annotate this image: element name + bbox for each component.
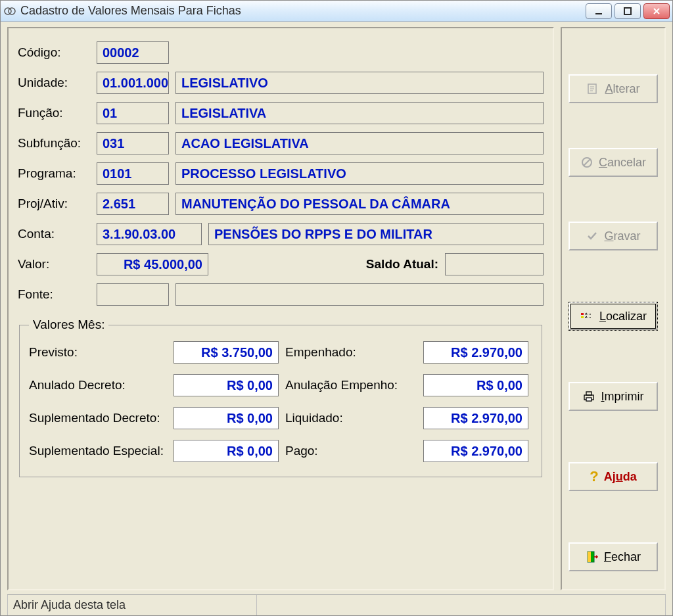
app-window: Cadastro de Valores Mensais Para Fichas … <box>0 0 673 616</box>
anulacao-empenho-value[interactable]: R$ 0,00 <box>423 374 528 396</box>
ajuda-label-m: u <box>616 470 623 483</box>
status-bar: Abrir Ajuda desta tela <box>7 594 666 615</box>
close-button[interactable] <box>643 3 670 19</box>
subfuncao-desc-field[interactable]: ACAO LEGISLATIVA <box>175 132 544 154</box>
alterar-label-rest: lterar <box>613 82 640 95</box>
valor-field[interactable]: R$ 45.000,00 <box>97 253 208 275</box>
localizar-label-m: L <box>599 310 606 323</box>
fonte-desc-field[interactable] <box>175 283 544 306</box>
pago-value[interactable]: R$ 2.970,00 <box>423 440 528 462</box>
window-controls <box>586 3 670 19</box>
previsto-value[interactable]: R$ 3.750,00 <box>174 341 279 364</box>
gravar-label-m: G <box>604 229 613 243</box>
find-icon <box>580 310 594 322</box>
ajuda-label-rest: da <box>623 470 637 483</box>
cancelar-label-rest: ancelar <box>607 156 646 169</box>
suplementado-especial-label: Suplementado Especial: <box>29 444 167 458</box>
saldo-atual-field[interactable] <box>445 253 544 275</box>
liquidado-label: Liquidado: <box>285 411 417 425</box>
programa-code-field[interactable]: 0101 <box>97 162 169 185</box>
programa-desc-field[interactable]: PROCESSO LEGISLATIVO <box>175 162 544 185</box>
subfuncao-code-field[interactable]: 031 <box>97 132 169 154</box>
valor-label: Valor: <box>18 257 90 272</box>
funcao-desc-field[interactable]: LEGISLATIVA <box>175 102 544 124</box>
title-bar: Cadastro de Valores Mensais Para Fichas <box>1 1 672 22</box>
fonte-code-field[interactable] <box>97 283 169 306</box>
anulado-decreto-value[interactable]: R$ 0,00 <box>174 374 279 396</box>
form-panel: Código: 00002 Unidade: 01.001.000 LEGISL… <box>7 27 554 590</box>
ajuda-button[interactable]: ? Ajuda <box>569 462 658 491</box>
suplementado-decreto-value[interactable]: R$ 0,00 <box>174 407 279 429</box>
localizar-button[interactable]: Localizar <box>569 302 658 331</box>
valores-mes-legend: Valores Mês: <box>29 318 108 332</box>
cancelar-label-m: C <box>599 156 607 169</box>
printer-icon <box>582 390 595 403</box>
empenhado-label: Empenhado: <box>285 345 417 360</box>
check-icon <box>586 229 599 243</box>
client-area: Código: 00002 Unidade: 01.001.000 LEGISL… <box>1 22 672 615</box>
imprimir-label-rest: mprimir <box>605 390 644 403</box>
unidade-code-field[interactable]: 01.001.000 <box>97 72 169 94</box>
edit-icon <box>586 82 599 95</box>
status-right <box>257 595 666 615</box>
codigo-field[interactable]: 00002 <box>97 41 169 64</box>
exit-icon <box>586 550 599 563</box>
conta-label: Conta: <box>18 227 90 241</box>
funcao-code-field[interactable]: 01 <box>97 102 169 124</box>
fechar-button[interactable]: Fechar <box>569 542 658 571</box>
svg-rect-2 <box>595 13 602 14</box>
anulado-decreto-label: Anulado Decreto: <box>29 378 167 392</box>
svg-rect-12 <box>586 392 592 395</box>
svg-point-1 <box>9 8 15 14</box>
svg-rect-9 <box>581 313 584 315</box>
svg-rect-13 <box>586 398 592 401</box>
programa-label: Programa: <box>18 166 90 181</box>
previsto-label: Previsto: <box>29 345 167 360</box>
gravar-label-rest: ravar <box>614 229 641 243</box>
funcao-label: Função: <box>18 106 90 120</box>
empenhado-value[interactable]: R$ 2.970,00 <box>423 341 528 364</box>
unidade-label: Unidade: <box>18 76 90 90</box>
fechar-label-rest: echar <box>611 550 641 563</box>
anulacao-empenho-label: Anulação Empenho: <box>285 378 417 392</box>
fonte-label: Fonte: <box>18 287 90 302</box>
valores-mes-group: Valores Mês: Previsto: R$ 3.750,00 Empen… <box>19 318 542 477</box>
imprimir-button[interactable]: Imprimir <box>569 382 658 411</box>
suplementado-especial-value[interactable]: R$ 0,00 <box>174 440 279 462</box>
svg-rect-3 <box>624 8 631 14</box>
localizar-label-rest: ocalizar <box>606 310 647 323</box>
app-icon <box>3 5 16 18</box>
codigo-label: Código: <box>18 45 90 60</box>
gravar-button[interactable]: Gravar <box>569 222 658 250</box>
pago-label: Pago: <box>285 444 417 458</box>
status-help-text: Abrir Ajuda desta tela <box>7 595 257 615</box>
liquidado-value[interactable]: R$ 2.970,00 <box>423 407 528 429</box>
projativ-desc-field[interactable]: MANUTENÇÃO DO PESSOAL DA CÂMARA <box>175 193 544 215</box>
button-panel: Alterar Cancelar Gravar <box>561 27 666 590</box>
window-title: Cadastro de Valores Mensais Para Fichas <box>20 4 586 18</box>
svg-rect-10 <box>581 316 584 318</box>
alterar-button[interactable]: Alterar <box>569 74 658 103</box>
maximize-button[interactable] <box>615 3 641 19</box>
projativ-label: Proj/Ativ: <box>18 197 90 211</box>
cancel-icon <box>580 156 593 169</box>
subfuncao-label: Subfunção: <box>18 136 90 151</box>
minimize-button[interactable] <box>586 3 612 19</box>
alterar-label-m: A <box>605 82 613 95</box>
cancelar-button[interactable]: Cancelar <box>569 148 658 177</box>
main-row: Código: 00002 Unidade: 01.001.000 LEGISL… <box>7 27 666 590</box>
conta-desc-field[interactable]: PENSÕES DO RPPS E DO MILITAR <box>208 223 544 245</box>
conta-code-field[interactable]: 3.1.90.03.00 <box>97 223 202 245</box>
suplementado-decreto-label: Suplementado Decreto: <box>29 411 167 425</box>
saldo-atual-label: Saldo Atual: <box>366 257 438 272</box>
projativ-code-field[interactable]: 2.651 <box>97 193 169 215</box>
svg-line-8 <box>584 159 590 166</box>
unidade-desc-field[interactable]: LEGISLATIVO <box>175 72 544 94</box>
fechar-label-m: F <box>604 550 611 563</box>
question-icon: ? <box>590 468 598 485</box>
svg-rect-15 <box>588 552 591 562</box>
